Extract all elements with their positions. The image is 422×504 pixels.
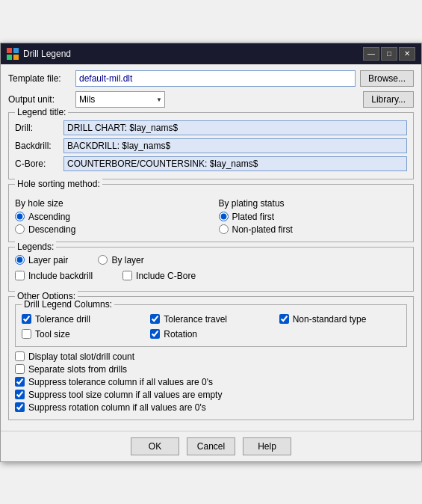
drill-title-row: Drill:	[15, 120, 407, 135]
display-total-label: Display total slot/drill count	[28, 351, 134, 362]
include-backdrill-row: Include backdrill	[15, 271, 93, 281]
rotation-checkbox[interactable]	[150, 329, 160, 339]
descending-label: Descending	[28, 224, 75, 235]
drill-legend-icon	[7, 48, 19, 60]
legends-row-2: Include backdrill Include C-Bore	[15, 271, 407, 283]
display-total-checkbox[interactable]	[15, 351, 25, 361]
svg-rect-0	[7, 48, 12, 53]
non-standard-label: Non-standard type	[293, 314, 367, 325]
drill-input[interactable]	[63, 120, 407, 135]
legends-group: Legends: Layer pair By layer Include	[8, 247, 414, 292]
window-title: Drill Legend	[23, 49, 363, 59]
cbore-label: C-Bore:	[15, 159, 63, 169]
drill-columns-content: Tolerance drill Tolerance travel Non-sta…	[22, 308, 400, 342]
output-unit-select[interactable]: Mils Inches mm	[75, 91, 165, 108]
by-layer-label: By layer	[111, 255, 143, 265]
legends-row-1: Layer pair By layer	[15, 255, 407, 268]
include-cbore-checkbox[interactable]	[122, 271, 132, 280]
separate-slots-label: Separate slots from drills	[28, 364, 127, 375]
help-button[interactable]: Help	[243, 437, 291, 455]
library-button[interactable]: Library...	[363, 91, 414, 108]
minimize-button[interactable]: —	[363, 47, 379, 61]
other-options-content: Drill Legend Columns: Tolerance drill To…	[15, 298, 407, 413]
non-plated-row: Non-plated first	[219, 224, 408, 235]
descending-radio[interactable]	[15, 224, 25, 234]
non-plated-label: Non-plated first	[232, 224, 293, 235]
plated-first-label: Plated first	[232, 212, 275, 222]
plated-first-row: Plated first	[219, 212, 408, 222]
non-standard-row: Non-standard type	[279, 314, 400, 325]
tolerance-drill-row: Tolerance drill	[22, 314, 143, 325]
descending-row: Descending	[15, 224, 204, 235]
svg-rect-3	[13, 55, 19, 60]
tolerance-drill-checkbox[interactable]	[22, 314, 31, 324]
include-backdrill-checkbox[interactable]	[15, 271, 25, 280]
suppress-tolerance-label: Suppress tolerance column if all values …	[28, 377, 213, 387]
sorting-by-plating-col: By plating status Plated first Non-plate…	[219, 198, 408, 237]
tolerance-travel-row: Tolerance travel	[150, 314, 271, 325]
cbore-title-row: C-Bore:	[15, 156, 407, 171]
other-options-group: Other Options: Drill Legend Columns: Tol…	[8, 296, 414, 420]
legends-content: Layer pair By layer Include backdrill In…	[15, 249, 407, 283]
restore-button[interactable]: □	[381, 47, 397, 61]
drill-legend-dialog: Drill Legend — □ ✕ Template file: Browse…	[0, 43, 422, 462]
by-hole-size-label: By hole size	[15, 198, 204, 209]
tool-size-checkbox[interactable]	[22, 329, 31, 339]
ok-button[interactable]: OK	[131, 437, 179, 455]
by-layer-radio[interactable]	[98, 255, 108, 265]
layer-pair-label: Layer pair	[28, 255, 68, 265]
separate-slots-checkbox[interactable]	[15, 364, 25, 374]
non-standard-checkbox[interactable]	[279, 314, 289, 324]
non-plated-radio[interactable]	[219, 224, 229, 234]
backdrill-label: Backdrill:	[15, 141, 63, 151]
cbore-input[interactable]	[63, 156, 407, 171]
suppress-rotation-checkbox[interactable]	[15, 402, 25, 412]
suppress-tool-label: Suppress tool size column if all values …	[28, 390, 222, 400]
ascending-label: Ascending	[28, 212, 70, 222]
layer-pair-radio[interactable]	[15, 255, 25, 265]
suppress-tolerance-checkbox[interactable]	[15, 377, 25, 387]
suppress-rotation-row: Suppress rotation column if all values a…	[15, 402, 407, 413]
template-file-row: Template file: Browse...	[8, 70, 414, 87]
tolerance-drill-label: Tolerance drill	[35, 314, 90, 325]
legend-title-content: Drill: Backdrill: C-Bore:	[15, 114, 407, 171]
output-unit-label: Output unit:	[8, 94, 75, 105]
suppress-tool-checkbox[interactable]	[15, 390, 25, 399]
template-file-input[interactable]	[75, 70, 356, 87]
hole-sorting-group: Hole sorting method: By hole size Ascend…	[8, 184, 414, 242]
include-cbore-label: Include C-Bore	[136, 271, 196, 281]
layer-pair-row: Layer pair	[15, 255, 68, 265]
bottom-checks: Display total slot/drill count Separate …	[15, 351, 407, 413]
drill-label: Drill:	[15, 123, 63, 133]
include-backdrill-label: Include backdrill	[28, 271, 93, 281]
dialog-footer: OK Cancel Help	[1, 431, 421, 461]
tolerance-travel-label: Tolerance travel	[164, 314, 227, 325]
browse-button[interactable]: Browse...	[360, 70, 414, 87]
hole-sorting-content: By hole size Ascending Descending By pla…	[15, 186, 407, 237]
by-plating-label: By plating status	[219, 198, 408, 209]
backdrill-input[interactable]	[63, 138, 407, 153]
plated-first-radio[interactable]	[219, 212, 229, 221]
suppress-tool-row: Suppress tool size column if all values …	[15, 390, 407, 400]
backdrill-title-row: Backdrill:	[15, 138, 407, 153]
hole-sorting-label: Hole sorting method:	[15, 179, 102, 189]
separate-slots-row: Separate slots from drills	[15, 364, 407, 375]
display-total-row: Display total slot/drill count	[15, 351, 407, 362]
svg-rect-1	[13, 48, 19, 53]
ascending-radio[interactable]	[15, 212, 25, 221]
legend-title-group-label: Legend title:	[15, 107, 68, 117]
cancel-button[interactable]: Cancel	[187, 437, 235, 455]
by-layer-row: By layer	[98, 255, 143, 265]
template-file-label: Template file:	[8, 73, 75, 84]
ascending-row: Ascending	[15, 212, 204, 222]
rotation-row: Rotation	[150, 329, 271, 339]
legend-title-group: Legend title: Drill: Backdrill: C-Bore:	[8, 112, 414, 179]
suppress-rotation-label: Suppress rotation column if all values a…	[28, 402, 206, 413]
tool-size-label: Tool size	[35, 329, 70, 339]
sorting-by-size-col: By hole size Ascending Descending	[15, 198, 204, 237]
svg-rect-2	[7, 55, 12, 60]
include-cbore-row: Include C-Bore	[122, 271, 196, 281]
tolerance-travel-checkbox[interactable]	[150, 314, 160, 324]
close-button[interactable]: ✕	[399, 47, 415, 61]
suppress-tolerance-row: Suppress tolerance column if all values …	[15, 377, 407, 387]
